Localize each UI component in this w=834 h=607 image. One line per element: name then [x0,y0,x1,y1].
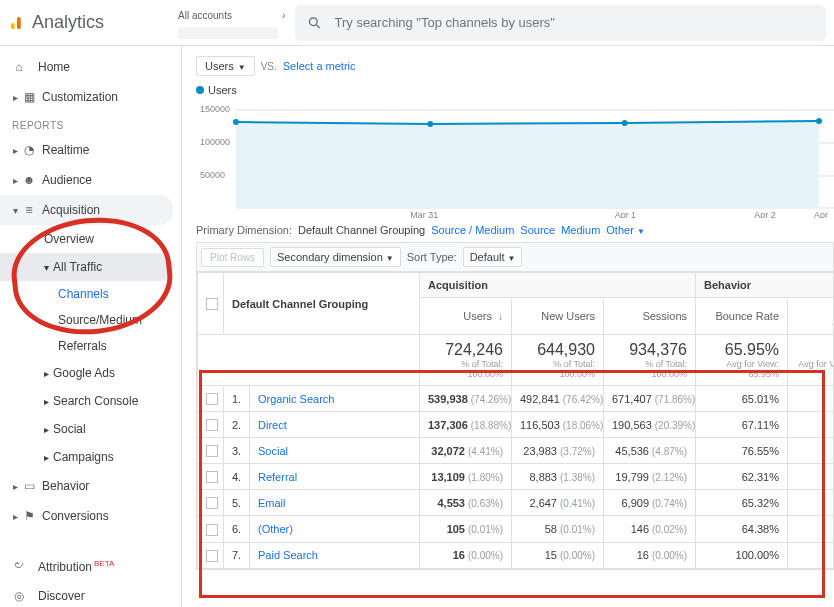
channel-link[interactable]: Paid Search [258,549,318,561]
sidebar-item-conversions[interactable]: ▸ ⚑ Conversions [0,501,181,531]
cell-sessions: 146(0.02%) [604,516,696,542]
checkbox[interactable] [206,298,218,310]
cell-users: 13,109(1.80%) [420,464,512,490]
metric-primary-selector[interactable]: Users▼ [196,56,255,76]
svg-text:Apr 1: Apr 1 [615,210,636,218]
total-sessions: 934,376% of Total: 100.00% [604,335,696,386]
table-row: 6.(Other)105(0.01%)58(0.01%)146(0.02%)64… [198,516,835,542]
cell-sessions: 190,563(20.39%) [604,412,696,438]
cell-newusers: 116,503(18.06%) [512,412,604,438]
select-metric-link[interactable]: Select a metric [283,60,356,72]
sidebar-item-audience[interactable]: ▸ ☻ Audience [0,165,181,195]
table-row: 4.Referral13,109(1.80%)8,883(1.38%)19,79… [198,464,835,490]
sidebar-label: Home [38,60,70,74]
cell-bounce: 67.11% [696,412,788,438]
checkbox[interactable] [206,393,218,405]
svg-line-3 [317,24,320,27]
svg-text:100000: 100000 [200,137,230,147]
svg-text:Mar 31: Mar 31 [410,210,438,218]
col-channel[interactable]: Default Channel Grouping [224,273,420,335]
checkbox[interactable] [206,497,218,509]
dim-link[interactable]: Source [520,224,555,236]
sidebar-item-behavior[interactable]: ▸ ▭ Behavior [0,471,181,501]
sidebar-sub-overview[interactable]: Overview [0,225,181,253]
cell-users: 16(0.00%) [420,542,512,568]
sidebar-sub-alltraffic[interactable]: ▾ All Traffic [0,253,173,281]
row-index: 7. [224,542,250,568]
clock-icon: ◔ [20,143,38,157]
sidebar-sub-social[interactable]: ▸Social [0,415,181,443]
dim-link[interactable]: Medium [561,224,600,236]
sort-desc-icon: ↓ [498,311,503,322]
cell-bounce: 100.00% [696,542,788,568]
sidebar-label: Realtime [42,143,89,157]
search-input[interactable] [334,15,814,30]
sidebar-label: Social [53,422,86,436]
col-pps[interactable]: Pages / Session [788,298,834,335]
collapse-icon: ▾ [10,205,20,216]
sidebar-label: Discover [38,589,85,603]
svg-text:150000: 150000 [200,104,230,114]
col-newusers[interactable]: New Users [512,298,604,335]
svg-point-15 [816,118,822,124]
cell-bounce: 76.55% [696,438,788,464]
channel-link[interactable]: Email [258,497,286,509]
row-index: 2. [224,412,250,438]
channel-link[interactable]: Organic Search [258,393,334,405]
checkbox[interactable] [206,471,218,483]
account-selector[interactable]: All accounts › [178,6,285,39]
channel-link[interactable]: Referral [258,471,297,483]
svg-point-14 [622,120,628,126]
sidebar-sub-googleads[interactable]: ▸Google Ads [0,359,181,387]
channel-link[interactable]: (Other) [258,523,293,535]
cell-users: 4,553(0.63%) [420,490,512,516]
behavior-icon: ▭ [20,479,38,493]
sidebar-sub-referrals[interactable]: Referrals [0,333,181,359]
cell-users: 137,306(18.88%) [420,412,512,438]
expand-icon: ▸ [44,424,49,435]
sidebar-item-attribution[interactable]: ౿ AttributionBETA [0,551,181,581]
sort-default-button[interactable]: Default▼ [463,247,523,267]
sidebar-sub-campaigns[interactable]: ▸Campaigns [0,443,181,471]
sidebar-label: Source/Medium [58,313,142,327]
sidebar-item-acquisition[interactable]: ▾ ≡ Acquisition [0,195,173,225]
col-users[interactable]: Users↓ [420,298,512,335]
channel-link[interactable]: Direct [258,419,287,431]
person-icon: ☻ [20,173,38,187]
svg-text:Apr 2: Apr 2 [754,210,775,218]
checkbox[interactable] [206,445,218,457]
sidebar-label: Referrals [58,339,107,353]
dim-link[interactable]: Other ▼ [606,224,645,236]
dim-link[interactable]: Source / Medium [431,224,514,236]
search-bar[interactable] [295,5,826,41]
sidebar-sub-channels[interactable]: Channels [0,281,181,307]
cell-users: 32,072(4.41%) [420,438,512,464]
secondary-dimension-button[interactable]: Secondary dimension▼ [270,247,401,267]
checkbox[interactable] [206,524,218,536]
sidebar-label: Conversions [42,509,109,523]
legend-label: Users [208,84,237,96]
sidebar-item-discover[interactable]: ◎ Discover [0,581,181,607]
sidebar-item-home[interactable]: ⌂ Home [0,52,181,82]
channel-link[interactable]: Social [258,445,288,457]
expand-icon: ▸ [10,92,20,103]
cell-newusers: 15(0.00%) [512,542,604,568]
sidebar: ⌂ Home ▸ ▦ Customization REPORTS ▸ ◔ Rea… [0,46,182,607]
sidebar-label: Google Ads [53,366,115,380]
flag-icon: ⚑ [20,509,38,523]
svg-point-13 [427,121,433,127]
sidebar-label: Audience [42,173,92,187]
col-sessions[interactable]: Sessions [604,298,696,335]
checkbox[interactable] [206,419,218,431]
col-bounce[interactable]: Bounce Rate [696,298,788,335]
expand-icon: ▸ [10,511,20,522]
expand-icon: ▸ [10,481,20,492]
search-icon [307,15,322,31]
checkbox[interactable] [206,550,218,562]
sidebar-item-customization[interactable]: ▸ ▦ Customization [0,82,181,112]
sidebar-item-realtime[interactable]: ▸ ◔ Realtime [0,135,181,165]
attribution-icon: ౿ [10,559,28,573]
sidebar-sub-searchconsole[interactable]: ▸Search Console [0,387,181,415]
sidebar-sub-sourcemedium[interactable]: Source/Medium [0,307,181,333]
cell-pps: 1.93 [788,490,834,516]
